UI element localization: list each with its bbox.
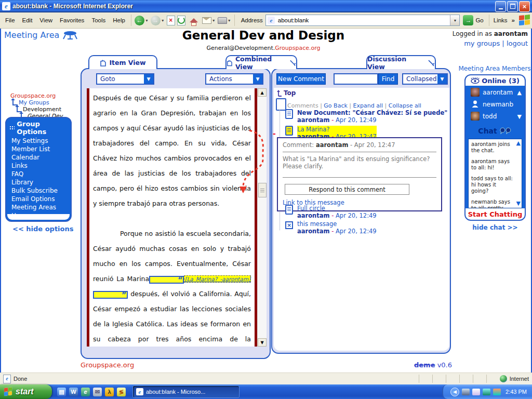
thread-item-author[interactable]: aarontam [297, 228, 330, 235]
sidebar-item-calendar[interactable]: Calendar [6, 153, 71, 162]
stop-button[interactable]: × [167, 16, 175, 25]
minimize-button[interactable] [495, 1, 506, 12]
start-button[interactable]: start [0, 384, 52, 399]
address-dropdown[interactable]: ▼ [450, 15, 459, 25]
address-input[interactable] [277, 17, 450, 24]
thread-item-title[interactable]: La Marina? [297, 126, 377, 133]
scroll-up-button[interactable]: ▲ [258, 88, 267, 97]
respond-button[interactable]: Respond to this comment [285, 184, 409, 195]
chat-scroll-up-icon[interactable]: ▲ [516, 140, 521, 147]
collapsed-dropdown[interactable]: Collapsed ▼ [402, 73, 448, 85]
menu-help[interactable]: Help [109, 16, 129, 24]
quicklaunch-aim-icon[interactable]: λ [105, 388, 114, 396]
stop-icon: × [167, 16, 175, 25]
collapse-minus-icon[interactable]: - [273, 129, 276, 138]
forward-button[interactable]: → ▼ [151, 16, 165, 25]
expand-all-link[interactable]: Expand all [353, 102, 383, 109]
menu-favorites[interactable]: Favorites [56, 16, 88, 24]
breadcrumb-root[interactable]: Groupspace.org [10, 92, 56, 99]
link-separator: | [502, 39, 504, 47]
sidebar-item-meeting-areas[interactable]: Meeting Areas [6, 203, 71, 211]
start-chatting-link[interactable]: Start Chatting [468, 210, 523, 218]
tray-messenger-icon[interactable] [483, 389, 490, 395]
tab-item-view[interactable]: Item View [88, 55, 157, 69]
close-icon: × [523, 3, 527, 10]
sidebar-item-member-list[interactable]: Member List [6, 145, 71, 153]
meeting-area-header: Meeting Area [4, 30, 78, 40]
quicklaunch-ie-icon[interactable]: e [81, 388, 90, 396]
find-button[interactable]: Find [378, 73, 398, 85]
footer-version[interactable]: deme v0.6 [414, 361, 452, 369]
chevron-down-icon: ▼ [437, 74, 447, 84]
thread-item-author[interactable]: aarontam [297, 116, 330, 124]
status-bar: e Done Internet [0, 373, 532, 384]
thread-item-title[interactable]: this message [297, 220, 377, 228]
thread-item-full-circle[interactable]: Full circle aarontam - Apr 20, 12:49 [285, 205, 377, 219]
thread-item-new-document[interactable]: New Document: "César Chávez: Sí se puede… [285, 109, 447, 124]
menu-tools[interactable]: Tools [88, 16, 109, 24]
sidebar-item-email-options[interactable]: Email Options [6, 195, 71, 203]
menu-edit[interactable]: Edit [19, 16, 36, 24]
tab-discussion-view[interactable]: Discussion View [366, 55, 436, 69]
quicklaunch-word-icon[interactable]: W [69, 388, 78, 396]
close-button[interactable]: × [519, 1, 530, 12]
logout-link[interactable]: logout [507, 39, 528, 47]
thread-item-title[interactable]: New Document: "César Chávez: Sí se puede… [297, 109, 447, 116]
tray-mail-icon[interactable] [472, 389, 480, 395]
tab-combined-view[interactable]: Combined View [225, 55, 297, 69]
go-button[interactable]: → Go [463, 15, 483, 25]
thread-item-author[interactable]: aarontam [297, 212, 330, 219]
members-scroll-down-icon[interactable]: ▼ [517, 113, 522, 120]
sidebar-item-library[interactable]: Library [6, 178, 71, 187]
restore-button[interactable] [507, 1, 518, 12]
comment-box: Comment: aarontam - Apr 20, 12:47 What i… [277, 137, 442, 211]
toolbar-divider [234, 15, 235, 26]
actions-dropdown[interactable]: Actions ▼ [205, 73, 263, 85]
members-scroll-up-icon[interactable]: ▲ [517, 89, 522, 96]
tray-collapse-icon[interactable]: ◀ [450, 388, 459, 396]
goto-dropdown[interactable]: Goto ▼ [96, 73, 154, 85]
thread-item-date: Apr 20, 12:49 [336, 228, 377, 235]
sidebar-item-my-settings[interactable]: My Settings [6, 137, 71, 145]
scrollbar-thumb[interactable] [258, 183, 267, 197]
annotation-link[interactable]: [La Marina? -aarontam] [184, 275, 251, 283]
combined-view-panel: New Comment Find Collapsed ▼ Top [271, 68, 451, 354]
chat-scroll-down-icon[interactable]: ▼ [516, 201, 521, 207]
hide-options-link[interactable]: << hide options [12, 225, 74, 233]
quicklaunch-desktop-icon[interactable]: ▤ [57, 388, 66, 396]
annotation-close-quote-icon[interactable]: ” [93, 291, 128, 299]
tray-app-icon[interactable] [493, 389, 501, 395]
refresh-button[interactable] [177, 16, 185, 25]
menu-view[interactable]: View [36, 16, 56, 24]
tray-network-icon[interactable] [462, 389, 470, 395]
go-back-link[interactable]: Go Back [324, 102, 347, 109]
print-button[interactable]: ▼ [218, 17, 231, 24]
document-scrollbar[interactable]: ▲ ▼ [257, 88, 267, 347]
annotation-open-quote-icon[interactable]: “ [149, 276, 184, 284]
quicklaunch-mail-icon[interactable]: ✉ [93, 388, 102, 396]
new-comment-button[interactable]: New Comment [276, 73, 326, 85]
sidebar-item-links[interactable]: Links [6, 162, 71, 170]
sidebar-item-faq[interactable]: FAQ [6, 170, 71, 178]
find-input[interactable] [335, 75, 379, 85]
taskbar-item-ie[interactable]: e about:blank - Microso... [133, 386, 239, 397]
member-row-aarontam[interactable]: aarontam [471, 88, 513, 97]
menu-file[interactable]: File [2, 16, 19, 24]
quicklaunch-winamp-icon[interactable]: ≶ [117, 388, 126, 396]
collapse-all-link[interactable]: Collapse all [389, 102, 421, 109]
home-button[interactable] [190, 18, 198, 22]
member-row-newmanb[interactable]: newmanb [471, 100, 513, 109]
my-groups-link[interactable]: my groups [464, 39, 500, 47]
links-label[interactable]: Links [494, 17, 508, 23]
mail-button[interactable]: ▼ [202, 17, 216, 24]
member-name: newmanb [483, 101, 513, 108]
thread-item-title[interactable]: Full circle [297, 205, 377, 212]
comment-body: What is "La Marina" and its ensuing sign… [283, 155, 436, 170]
sidebar-item-bulk-subscribe[interactable]: Bulk Subscribe [6, 187, 71, 195]
top-link[interactable]: Top [277, 89, 296, 97]
scroll-down-button[interactable]: ▼ [258, 338, 267, 347]
thread-item-this-message[interactable]: × this message aarontam - Apr 20, 12:49 [285, 220, 377, 235]
back-button[interactable]: ← ▼ [135, 16, 149, 25]
member-row-todd[interactable]: todd [471, 112, 497, 121]
hide-chat-link[interactable]: hide chat >> [464, 224, 526, 231]
